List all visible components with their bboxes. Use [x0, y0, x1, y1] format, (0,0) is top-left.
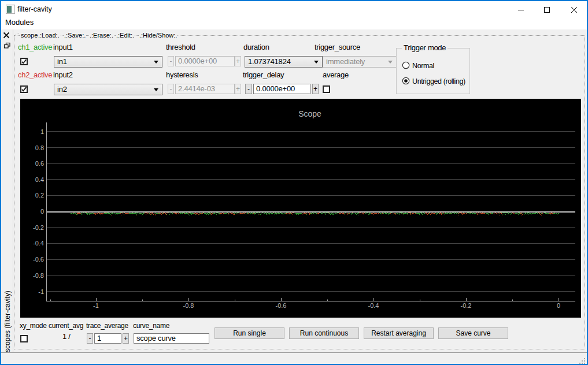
- svg-text:-0.8: -0.8: [183, 302, 194, 309]
- svg-text:Scope: Scope: [298, 109, 321, 118]
- svg-text:0: 0: [40, 208, 44, 215]
- svg-text:0.8: 0.8: [35, 144, 44, 151]
- svg-text:-0.8: -0.8: [33, 272, 44, 279]
- svg-text:-1: -1: [93, 302, 99, 309]
- svg-text:0: 0: [557, 302, 560, 309]
- svg-text:-0.2: -0.2: [461, 302, 472, 309]
- svg-text:-0.4: -0.4: [368, 302, 379, 309]
- svg-text:-0.2: -0.2: [33, 224, 44, 231]
- svg-text:1: 1: [40, 128, 44, 135]
- svg-text:-0.6: -0.6: [276, 302, 287, 309]
- svg-text:0.4: 0.4: [35, 176, 44, 183]
- svg-text:0.6: 0.6: [35, 160, 44, 167]
- svg-text:0.2: 0.2: [35, 192, 44, 199]
- svg-text:-0.6: -0.6: [33, 256, 44, 263]
- svg-text:-0.4: -0.4: [33, 240, 44, 247]
- svg-text:-1: -1: [38, 288, 44, 295]
